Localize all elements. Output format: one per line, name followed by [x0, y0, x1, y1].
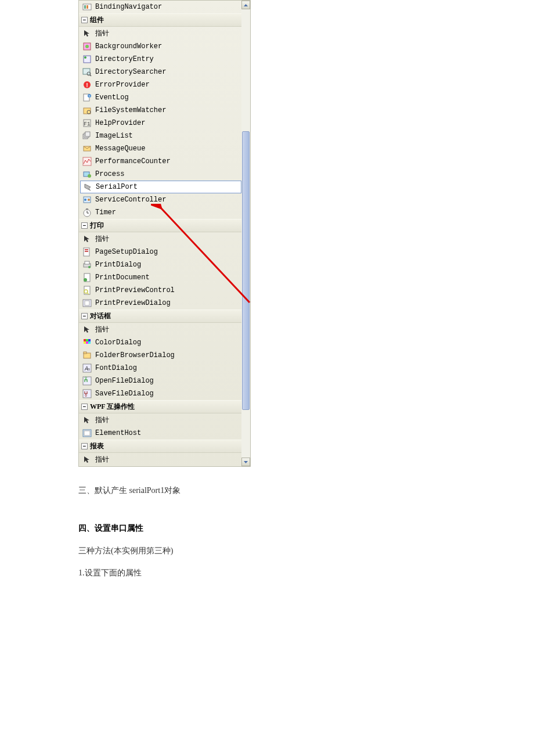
scroll-track[interactable]: [241, 9, 250, 458]
svg-rect-60: [84, 431, 90, 435]
svg-point-28: [88, 199, 90, 201]
toolbox-item-label: Process: [95, 170, 124, 178]
colordialog-icon: [82, 338, 92, 347]
svg-text:F1: F1: [84, 121, 91, 127]
category-header-print[interactable]: − 打印: [79, 219, 243, 232]
svg-rect-35: [85, 251, 88, 252]
toolbox-item-backgroundworker[interactable]: BackgroundWorker: [79, 40, 243, 53]
errorprovider-icon: !: [82, 80, 92, 89]
toolbox-item-pagesetupdialog[interactable]: PageSetupDialog: [79, 246, 243, 258]
toolbox-item-label: SerialPort: [96, 183, 138, 191]
toolbox-item-serialport[interactable]: SerialPort: [80, 181, 241, 193]
toolbox-item-label: DirectoryEntry: [95, 55, 154, 63]
toolbox-item-errorprovider[interactable]: ! ErrorProvider: [79, 78, 243, 91]
svg-rect-47: [86, 339, 88, 341]
toolbox-item-label: 指针: [95, 234, 109, 244]
svg-point-6: [84, 56, 86, 59]
svg-rect-51: [88, 341, 91, 344]
toolbox-item-pointer[interactable]: 指针: [79, 27, 243, 40]
toolbox-item-label: DirectorySearcher: [95, 68, 166, 76]
toolbox-item-performancecounter[interactable]: PerformanceCounter: [79, 155, 243, 168]
toolbox-item-directorysearcher[interactable]: DirectorySearcher: [79, 66, 243, 78]
toolbox-item-printdialog[interactable]: PrintDialog: [79, 258, 243, 271]
toolbox-item-directoryentry[interactable]: DirectoryEntry: [79, 53, 243, 66]
category-label: WPF 互操作性: [90, 402, 135, 412]
toolbox-item-fontdialog[interactable]: Aa FontDialog: [79, 362, 243, 375]
toolbox-item-printpreviewdialog[interactable]: PrintPreviewDialog: [79, 297, 243, 309]
svg-rect-37: [85, 261, 89, 264]
elementhost-icon: [82, 429, 92, 438]
collapse-icon: −: [81, 443, 88, 449]
toolbox-item-openfiledialog[interactable]: OpenFileDialog: [79, 375, 243, 387]
svg-text:?: ?: [88, 95, 91, 99]
scrollbar[interactable]: [241, 1, 250, 466]
toolbox-item-pointer[interactable]: 指针: [79, 453, 243, 466]
toolbox-item-printdocument[interactable]: PrintDocument: [79, 271, 243, 284]
toolbox-item-pointer[interactable]: 指针: [79, 323, 243, 336]
toolbox-item-timer[interactable]: Timer: [79, 206, 243, 219]
toolbox-item-imagelist[interactable]: ImageList: [79, 129, 243, 142]
paragraph: 1.设置下面的属性: [78, 566, 456, 580]
pointer-icon: [82, 29, 92, 38]
toolbox-item-label: SaveFileDialog: [95, 390, 154, 398]
toolbox-item-folderbrowserdialog[interactable]: FolderBrowserDialog: [79, 349, 243, 362]
toolbox-item-pointer[interactable]: 指针: [79, 232, 243, 246]
toolbox-item-label: PerformanceCounter: [95, 157, 171, 165]
collapse-icon: −: [81, 222, 88, 229]
toolbox-item-label: PageSetupDialog: [95, 248, 158, 256]
toolbox-item-label: FileSystemWatcher: [95, 106, 166, 114]
toolbox-item-label: ImageList: [95, 132, 133, 140]
pointer-icon: [82, 455, 92, 465]
svg-point-40: [84, 278, 87, 282]
timer-icon: [82, 208, 92, 217]
collapse-icon: −: [81, 313, 88, 319]
document-text: 三、默认产生 serialPort1对象 四、设置串口属性 三种方法(本实例用第…: [78, 483, 456, 580]
pointer-icon: [82, 416, 92, 425]
toolbox-item-label: EventLog: [95, 93, 129, 102]
toolbox-item-elementhost[interactable]: ElementHost: [79, 427, 243, 440]
imagelist-icon: [82, 131, 92, 141]
toolbox-item-label: FolderBrowserDialog: [95, 351, 175, 359]
toolbox-item-printpreviewcontrol[interactable]: PrintPreviewControl: [79, 284, 243, 297]
folderbrowserdialog-icon: [82, 351, 92, 360]
messagequeue-icon: [82, 144, 92, 153]
toolbox-panel: BindingNavigator − 组件 指针 BackgroundWorke…: [78, 0, 251, 467]
toolbox-item-process[interactable]: Process: [79, 168, 243, 181]
eventlog-icon: ?: [82, 93, 92, 102]
svg-line-9: [90, 75, 91, 76]
toolbox-item-messagequeue[interactable]: MessageQueue: [79, 142, 243, 155]
category-header-components[interactable]: − 组件: [79, 13, 243, 27]
paragraph: 三、默认产生 serialPort1对象: [78, 483, 456, 498]
servicecontroller-icon: [82, 195, 92, 204]
svg-rect-45: [85, 301, 89, 305]
toolbox-item-label: BackgroundWorker: [95, 42, 162, 51]
toolbox-item-label: 指针: [95, 455, 109, 465]
category-header-wpf[interactable]: − WPF 互操作性: [79, 400, 243, 413]
directoryentry-icon: [82, 55, 92, 64]
toolbox-item-eventlog[interactable]: ? EventLog: [79, 91, 243, 104]
helpprovider-icon: F1: [82, 118, 92, 128]
toolbox-item-savefiledialog[interactable]: SaveFileDialog: [79, 387, 243, 400]
svg-text:!: !: [85, 82, 89, 89]
svg-rect-7: [83, 69, 90, 74]
toolbox-item-pointer[interactable]: 指针: [79, 413, 243, 427]
category-header-report[interactable]: − 报表: [79, 440, 243, 453]
openfiledialog-icon: [82, 376, 92, 386]
toolbox-item-filesystemwatcher[interactable]: FileSystemWatcher: [79, 104, 243, 117]
svg-rect-49: [84, 341, 86, 344]
toolbox-item-label: 指针: [95, 325, 109, 334]
toolbox-item-colordialog[interactable]: ColorDialog: [79, 336, 243, 349]
printdocument-icon: [82, 273, 92, 282]
toolbox-item-helpprovider[interactable]: F1 HelpProvider: [79, 117, 243, 129]
toolbox-item-bindingnavigator[interactable]: BindingNavigator: [79, 1, 243, 13]
scroll-down-button[interactable]: [241, 458, 250, 466]
collapse-icon: −: [81, 404, 88, 410]
scroll-thumb[interactable]: [242, 131, 250, 410]
toolbox-item-servicecontroller[interactable]: ServiceController: [79, 193, 243, 206]
toolbox-item-label: ColorDialog: [95, 339, 141, 347]
toolbox-item-label: BindingNavigator: [95, 3, 162, 11]
category-header-dialog[interactable]: − 对话框: [79, 309, 243, 323]
scroll-up-button[interactable]: [241, 1, 250, 9]
bindingnavigator-icon: [82, 2, 92, 12]
svg-rect-32: [86, 208, 88, 210]
